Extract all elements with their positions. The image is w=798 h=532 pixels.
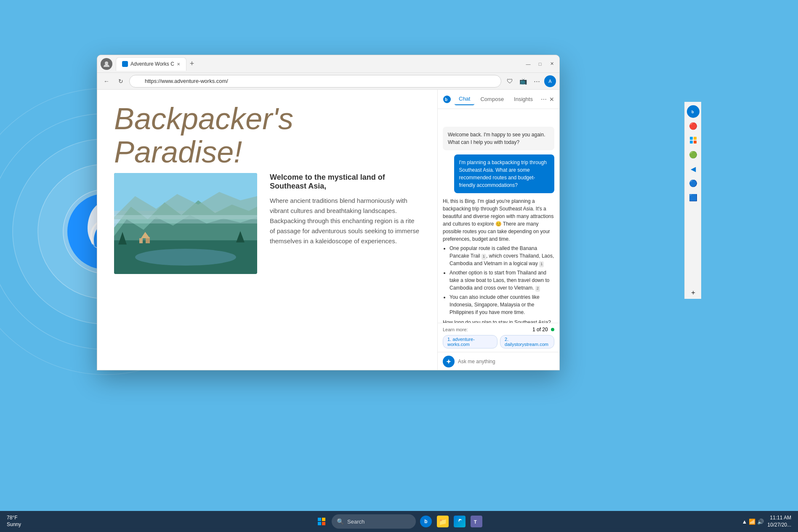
- bullet-3: You can also include other countries lik…: [450, 293, 554, 316]
- new-tab-button[interactable]: +: [186, 58, 198, 70]
- bing-spark-icon: [443, 356, 455, 367]
- browser-more-icon[interactable]: ⋯: [531, 75, 543, 87]
- svg-point-6: [105, 61, 108, 65]
- welcome-msg-text: Welcome back. I'm happy to see you again…: [448, 132, 545, 145]
- browser-cast-icon[interactable]: 📺: [517, 75, 529, 87]
- maximize-button[interactable]: □: [536, 60, 544, 68]
- bing-response: Hi, this is Bing. I'm glad you're planni…: [443, 197, 554, 323]
- sidebar-icon-3[interactable]: 🟢: [687, 148, 700, 161]
- taskbar-teams[interactable]: T: [469, 514, 484, 529]
- bing-chat-panel: b Chat Compose Insights ⋯ ✕: [437, 90, 559, 370]
- chat-more-btn[interactable]: ⋯: [541, 96, 547, 103]
- browser-window: Adventure Works C ✕ + — □ ✕ ← ↻ 🔒 🛡 📺: [97, 55, 572, 391]
- taskbar-time: 11:11 AM 10/27/20...: [767, 514, 791, 529]
- tab-compose[interactable]: Compose: [476, 93, 508, 105]
- address-bar[interactable]: [129, 75, 501, 88]
- svg-rect-29: [322, 518, 325, 521]
- back-button[interactable]: ←: [101, 75, 112, 87]
- chat-header: b Chat Compose Insights ⋯ ✕: [438, 90, 559, 109]
- browser-titlebar: Adventure Works C ✕ + — □ ✕: [97, 55, 559, 73]
- source-link-2[interactable]: 2. dailystorystream.com: [500, 335, 554, 348]
- sidebar-icon-6[interactable]: 🟦: [687, 191, 700, 204]
- taskbar-file-explorer[interactable]: 📁: [435, 514, 450, 529]
- browser-content: Backpacker's Paradise!: [97, 90, 559, 370]
- taskbar-search-icon: 🔍: [337, 518, 344, 525]
- sidebar-icon-2[interactable]: [687, 134, 700, 146]
- svg-point-12: [135, 249, 236, 266]
- landscape-svg: [114, 173, 257, 274]
- sources-count-text: 1 of 20: [532, 327, 548, 332]
- window-controls: — □ ✕: [524, 60, 556, 68]
- close-button[interactable]: ✕: [548, 60, 556, 68]
- taskbar-left: 78°F Sunny: [7, 515, 314, 528]
- taskbar-edge[interactable]: [452, 514, 467, 529]
- tab-close-btn[interactable]: ✕: [177, 62, 180, 66]
- taskbar-bing[interactable]: b: [418, 514, 434, 529]
- page-content-area: Welcome to the mystical land of Southeas…: [97, 173, 437, 274]
- page-text-content: Welcome to the mystical land of Southeas…: [270, 173, 420, 274]
- bing-bullets: One popular route is called the Banana P…: [450, 245, 554, 316]
- profile-icon[interactable]: [101, 58, 112, 70]
- sidebar-bing-icon[interactable]: b: [687, 105, 700, 118]
- chat-close-btn[interactable]: ✕: [549, 96, 554, 103]
- webpage: Backpacker's Paradise!: [97, 90, 437, 370]
- status-dot: [551, 328, 554, 331]
- weather-condition: Sunny: [7, 521, 21, 528]
- browser-toolbar: ← ↻ 🔒 🛡 📺 ⋯ A: [97, 73, 559, 90]
- svg-text:b: b: [692, 110, 694, 114]
- page-subtitle: Welcome to the mystical land of Southeas…: [270, 173, 420, 191]
- chat-input-field[interactable]: [458, 356, 554, 367]
- taskbar: 78°F Sunny 🔍 Search b: [0, 511, 798, 532]
- wifi-icon: 📶: [749, 519, 755, 525]
- browser-profile-button[interactable]: A: [544, 75, 556, 87]
- chat-header-icons: ⋯ ✕: [541, 96, 554, 103]
- volume-icon: 🔊: [757, 519, 764, 525]
- windows-logo: [318, 518, 325, 525]
- svg-rect-25: [694, 137, 697, 140]
- active-tab[interactable]: Adventure Works C ✕: [116, 57, 186, 71]
- browser-tabs: Adventure Works C ✕ +: [116, 57, 524, 71]
- browser-chrome: Adventure Works C ✕ + — □ ✕ ← ↻ 🔒 🛡 📺: [97, 55, 560, 370]
- sidebar-icon-5[interactable]: 🔵: [687, 177, 700, 189]
- taskbar-right: ▲ 📶 🔊 11:11 AM 10/27/20...: [484, 514, 791, 529]
- svg-rect-17: [114, 215, 257, 223]
- sidebar-icon-4[interactable]: ◀: [687, 162, 700, 175]
- date-display: 10/27/20...: [767, 521, 791, 529]
- tab-chat[interactable]: Chat: [455, 93, 474, 105]
- source-link-1[interactable]: 1. adventure-works.com: [443, 335, 497, 348]
- toolbar-icons: 🛡 📺 ⋯ A: [504, 75, 556, 87]
- svg-rect-31: [322, 522, 325, 525]
- hero-line1: Backpacker's: [114, 102, 293, 136]
- svg-rect-28: [318, 518, 321, 521]
- tab-insights[interactable]: Insights: [510, 93, 537, 105]
- user-message: I'm planning a backpacking trip through …: [454, 154, 555, 193]
- weather-temp: 78°F: [7, 515, 21, 521]
- minimize-button[interactable]: —: [524, 60, 532, 68]
- page-image: [114, 173, 257, 274]
- sources-label: Learn more:: [443, 327, 468, 332]
- sources-count: 1 of 20: [532, 327, 554, 332]
- bing-question: How long do you plan to stay in Southeas…: [443, 319, 554, 323]
- svg-rect-30: [318, 522, 321, 525]
- taskbar-search[interactable]: 🔍 Search: [332, 514, 416, 529]
- sidebar-add-icon[interactable]: ＋: [687, 286, 700, 299]
- tray-icon-1: ▲: [742, 519, 747, 525]
- chat-input-area: [438, 352, 559, 370]
- bullet-1: One popular route is called the Banana P…: [450, 245, 554, 267]
- refresh-button[interactable]: ↻: [115, 75, 127, 87]
- start-button[interactable]: [314, 514, 329, 529]
- page-body-text: Where ancient traditions blend harmoniou…: [270, 196, 420, 246]
- browser-shield-icon[interactable]: 🛡: [504, 75, 516, 87]
- taskbar-tray: ▲ 📶 🔊: [742, 519, 764, 525]
- page-hero-title: Backpacker's Paradise!: [97, 90, 437, 173]
- taskbar-app-icons: b 📁 T: [418, 514, 484, 529]
- webpage-inner: Backpacker's Paradise!: [97, 90, 437, 370]
- bing-intro-text: Hi, this is Bing. I'm glad you're planni…: [443, 198, 553, 242]
- tab-favicon: [122, 61, 128, 67]
- svg-rect-27: [694, 141, 697, 144]
- taskbar-search-text: Search: [347, 519, 364, 525]
- hero-line2: Paradise!: [114, 135, 242, 169]
- tab-title: Adventure Works C: [130, 61, 174, 67]
- svg-rect-24: [690, 137, 693, 140]
- sidebar-icon-1[interactable]: 🔴: [687, 120, 700, 132]
